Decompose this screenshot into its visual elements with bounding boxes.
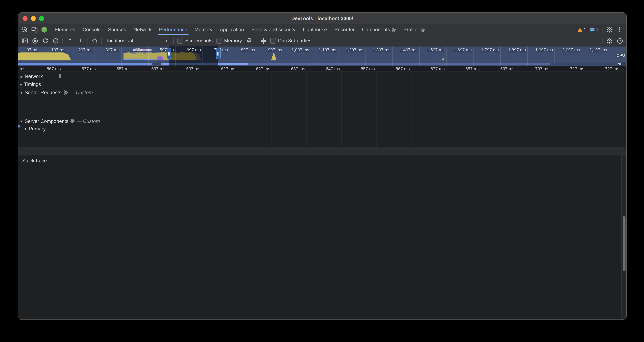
tab-recorder[interactable]: Recorder — [330, 24, 358, 35]
grid-line — [97, 72, 98, 147]
grid-line — [446, 72, 446, 147]
grid-line — [551, 72, 551, 147]
overview-tick-label: 397 ms — [92, 47, 120, 52]
track-server-requests[interactable]: ▼ Server Requests — Custom — [20, 90, 93, 95]
devtools-window: DevTools - localhost:3000/ ElementsConso… — [18, 12, 627, 320]
overview-tick-label: 797 ms — [200, 47, 228, 52]
selection-handle-right[interactable] — [216, 48, 221, 59]
grid-line — [586, 72, 586, 147]
live-metrics-home-icon[interactable] — [91, 38, 98, 44]
overview-tick-label: 1,197 ms — [308, 47, 336, 52]
disclosure-triangle-icon: ▶ — [20, 75, 23, 78]
grid-line — [306, 72, 307, 147]
garbage-collect-icon[interactable] — [246, 38, 252, 44]
ruler-tick-label: 687 ms — [453, 66, 480, 71]
tab-sources[interactable]: Sources — [104, 24, 130, 35]
divider — [102, 38, 102, 44]
panel-tabs: ElementsConsoleSourcesNetworkPerformance… — [51, 24, 429, 35]
ruler-tick-label: 627 ms — [244, 66, 270, 71]
react-atom-icon — [392, 27, 396, 32]
ruler-tick-label: 637 ms — [279, 66, 305, 71]
selection-handle-left[interactable] — [167, 48, 172, 59]
ruler-tick-label: 597 ms — [139, 66, 166, 71]
overview-tick-label: 297 ms — [65, 47, 92, 52]
settings-gear-icon[interactable] — [606, 26, 612, 33]
ruler-tick-label: 677 ms — [418, 66, 445, 71]
flame-chart[interactable]: ▶ Network ▶ Timings ▼ Server Requests — … — [18, 72, 626, 147]
load-profile-icon[interactable] — [66, 38, 73, 44]
tab-performance[interactable]: Performance — [155, 24, 191, 35]
timeline-ruler: ms 567 ms577 ms587 ms597 ms607 ms617 ms6… — [18, 66, 626, 72]
capture-settings-gear-icon[interactable] — [606, 38, 612, 44]
screenshots-checkbox[interactable]: Screenshots — [178, 38, 213, 44]
scrollbar-thumb[interactable] — [622, 216, 626, 271]
ruler-tick-label: 717 ms — [558, 66, 584, 71]
collapse-icon[interactable] — [260, 38, 266, 44]
window-title: DevTools - localhost:3000/ — [291, 16, 353, 21]
grid-line — [411, 72, 412, 147]
inspect-element-icon[interactable] — [22, 26, 28, 33]
grid-line — [481, 72, 481, 147]
clear-icon[interactable] — [52, 38, 59, 44]
disclosure-triangle-icon: ▶ — [20, 83, 22, 86]
help-icon[interactable]: ? — [616, 38, 623, 44]
tab-network[interactable]: Network — [130, 24, 155, 35]
tab-privacy-and-security[interactable]: Privacy and security — [248, 24, 299, 35]
record-and-reload-button[interactable] — [42, 38, 48, 44]
track-grip[interactable] — [59, 74, 61, 78]
issues-count[interactable]: 1 — [590, 27, 598, 32]
checkbox-box — [178, 38, 183, 44]
tab-components[interactable]: Components — [358, 24, 400, 35]
grid-line — [132, 72, 132, 147]
ruler-tick-label: 697 ms — [488, 66, 514, 71]
history-select[interactable]: localhost #4 ▼ — [106, 37, 170, 45]
close-window-button[interactable] — [23, 16, 28, 21]
grid-line — [202, 72, 202, 147]
track-server-components[interactable]: ▼ Server Components — Custom — [20, 118, 100, 124]
disclosure-triangle-icon: ▼ — [20, 91, 23, 94]
overview-tick-label: 197 ms — [38, 47, 66, 52]
track-indicator — [18, 125, 20, 128]
dim-3rd-parties-checkbox[interactable]: Dim 3rd parties — [270, 38, 312, 44]
memory-checkbox[interactable]: Memory — [216, 38, 242, 44]
tab-memory[interactable]: Memory — [191, 24, 216, 35]
tab-profiler[interactable]: Profiler — [400, 24, 429, 35]
tab-application[interactable]: Application — [216, 24, 248, 35]
toggle-sidebar-icon[interactable] — [22, 38, 28, 44]
titlebar[interactable]: DevTools - localhost:3000/ — [18, 13, 626, 24]
tab-console[interactable]: Console — [79, 24, 104, 35]
warning-icon — [577, 27, 583, 32]
react-atom-icon — [421, 27, 425, 32]
device-toolbar-icon[interactable] — [31, 26, 38, 33]
minimize-window-button[interactable] — [31, 16, 36, 21]
cpu-baseline — [18, 60, 626, 61]
overview-tick-label: 1,297 ms — [336, 47, 363, 52]
grid-line — [236, 72, 237, 147]
divider — [87, 38, 88, 44]
record-button[interactable] — [32, 38, 38, 44]
timeline-overview[interactable]: 97 ms197 ms297 ms397 ms497 ms597 ms697 m… — [18, 47, 626, 66]
track-network[interactable]: ▶ Network — [20, 74, 45, 79]
track-primary[interactable]: ▼ Primary — [24, 126, 46, 132]
tabbar-tools — [22, 26, 48, 33]
scrollbar[interactable] — [621, 155, 626, 319]
tab-elements[interactable]: Elements — [51, 24, 79, 35]
overview-tick-label: 2,097 ms — [552, 47, 580, 52]
traffic-lights — [23, 16, 44, 21]
divider — [256, 38, 256, 44]
overview-tick-label: 1,797 ms — [471, 47, 499, 52]
divider — [602, 27, 603, 33]
grid-line — [272, 72, 272, 147]
grid-line — [620, 72, 621, 147]
summary-pane: Stack trace — [18, 155, 626, 319]
more-options-kebab-icon[interactable] — [616, 26, 623, 33]
ruler-tick-label: 587 ms — [104, 66, 130, 71]
maximize-window-button[interactable] — [39, 16, 44, 21]
svg-text:?: ? — [619, 39, 620, 43]
track-timings[interactable]: ▶ Timings — [20, 81, 41, 87]
grid-line — [376, 72, 376, 147]
ruler-tick-label: 667 ms — [384, 66, 410, 71]
save-profile-icon[interactable] — [77, 38, 83, 44]
warning-count[interactable]: 1 — [577, 27, 586, 32]
tab-lighthouse[interactable]: Lighthouse — [299, 24, 330, 35]
